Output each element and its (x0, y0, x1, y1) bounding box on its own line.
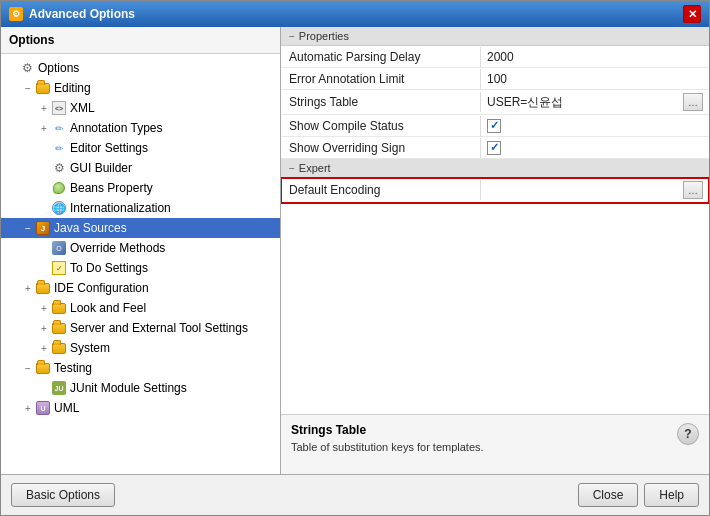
tree-toggle-editing[interactable]: − (21, 81, 35, 95)
checkbox-value[interactable]: ✓ (487, 119, 501, 133)
tree-toggle-junit (37, 381, 51, 395)
properties-section-title: Properties (299, 30, 349, 42)
tree-toggle-java-sources[interactable]: − (21, 221, 35, 235)
window-close-button[interactable]: ✕ (683, 5, 701, 23)
folder-icon (35, 280, 51, 296)
tree-toggle-testing[interactable]: − (21, 361, 35, 375)
expert-section-header[interactable]: − Expert (281, 159, 709, 178)
tree-item-label-options: Options (38, 61, 79, 75)
property-help-button[interactable]: ? (677, 423, 699, 445)
java-icon: J (35, 220, 51, 236)
window-title: Advanced Options (29, 7, 135, 21)
tree-toggle-server-tools[interactable]: + (37, 321, 51, 335)
tree-item-label-gui-builder: GUI Builder (70, 161, 132, 175)
tree-item-editor-settings[interactable]: ✏Editor Settings (1, 138, 280, 158)
tree-toggle-xml[interactable]: + (37, 101, 51, 115)
properties-rows: Automatic Parsing Delay2000Error Annotat… (281, 46, 709, 159)
prop-row-error-annotation-limit: Error Annotation Limit100 (281, 68, 709, 90)
prop-value: … (481, 178, 709, 202)
prop-name: Default Encoding (281, 180, 481, 200)
tree-item-label-annotation-types: Annotation Types (70, 121, 163, 135)
properties-area: − Properties Automatic Parsing Delay2000… (281, 27, 709, 414)
folder-icon (51, 300, 67, 316)
expert-section-title: Expert (299, 162, 331, 174)
tree-item-to-do-settings[interactable]: ✓To Do Settings (1, 258, 280, 278)
tree-item-label-system: System (70, 341, 110, 355)
tree-toggle-beans-property (37, 181, 51, 195)
tree-item-label-to-do-settings: To Do Settings (70, 261, 148, 275)
tree-item-label-xml: XML (70, 101, 95, 115)
tree-item-internationalization[interactable]: 🌐Internationalization (1, 198, 280, 218)
tree-item-xml[interactable]: +<>XML (1, 98, 280, 118)
tree-item-options[interactable]: ⚙Options (1, 58, 280, 78)
prop-name: Error Annotation Limit (281, 69, 481, 89)
tree-toggle-options (5, 61, 19, 75)
tree-toggle-ide-configuration[interactable]: + (21, 281, 35, 295)
bottom-bar: Basic Options Close Help (1, 474, 709, 515)
checkbox-value[interactable]: ✓ (487, 141, 501, 155)
info-title: Strings Table (291, 423, 669, 437)
prop-value: ✓ (481, 138, 709, 158)
prop-text-value: 100 (487, 72, 507, 86)
close-button[interactable]: Close (578, 483, 639, 507)
bean-icon (51, 180, 67, 196)
info-description: Table of substitution keys for templates… (291, 441, 669, 453)
tree-item-label-internationalization: Internationalization (70, 201, 171, 215)
checkmark-icon: ✓ (490, 119, 499, 132)
options-icon: ⚙ (19, 60, 35, 76)
properties-section-header[interactable]: − Properties (281, 27, 709, 46)
prop-value: USER=신윤섭… (481, 90, 709, 114)
tree-item-system[interactable]: +System (1, 338, 280, 358)
tree-item-testing[interactable]: −Testing (1, 358, 280, 378)
properties-toggle-icon: − (289, 31, 295, 42)
tree-item-look-and-feel[interactable]: +Look and Feel (1, 298, 280, 318)
todo-icon: ✓ (51, 260, 67, 276)
tree-item-beans-property[interactable]: Beans Property (1, 178, 280, 198)
prop-text-value: 2000 (487, 50, 514, 64)
tree-item-gui-builder[interactable]: ⚙GUI Builder (1, 158, 280, 178)
uml-icon: U (35, 400, 51, 416)
prop-value: 2000 (481, 47, 709, 67)
tree-item-label-editing: Editing (54, 81, 91, 95)
tree-item-label-override-methods: Override Methods (70, 241, 165, 255)
checkmark-icon: ✓ (490, 141, 499, 154)
tree-item-editing[interactable]: −Editing (1, 78, 280, 98)
prop-row-strings-table: Strings TableUSER=신윤섭… (281, 90, 709, 115)
prop-row-automatic-parsing-delay: Automatic Parsing Delay2000 (281, 46, 709, 68)
prop-name: Strings Table (281, 92, 481, 112)
advanced-options-window: ⚙ Advanced Options ✕ Options ⚙Options−Ed… (0, 0, 710, 516)
folder-icon (35, 360, 51, 376)
browse-button[interactable]: … (683, 93, 703, 111)
prop-name: Show Compile Status (281, 116, 481, 136)
right-panel: − Properties Automatic Parsing Delay2000… (281, 27, 709, 474)
help-button[interactable]: Help (644, 483, 699, 507)
tree-item-label-look-and-feel: Look and Feel (70, 301, 146, 315)
tree-toggle-look-and-feel[interactable]: + (37, 301, 51, 315)
tree-item-junit[interactable]: JUJUnit Module Settings (1, 378, 280, 398)
tree-item-label-junit: JUnit Module Settings (70, 381, 187, 395)
tree-item-label-uml: UML (54, 401, 79, 415)
tree-item-java-sources[interactable]: −JJava Sources (1, 218, 280, 238)
prop-row-show-overriding-sign: Show Overriding Sign✓ (281, 137, 709, 159)
tree-toggle-annotation-types[interactable]: + (37, 121, 51, 135)
tree-item-override-methods[interactable]: OOverride Methods (1, 238, 280, 258)
expert-toggle-icon: − (289, 163, 295, 174)
tree-item-uml[interactable]: +UUML (1, 398, 280, 418)
tree-item-annotation-types[interactable]: +✏Annotation Types (1, 118, 280, 138)
tree-toggle-system[interactable]: + (37, 341, 51, 355)
pencil-icon: ✏ (51, 120, 67, 136)
prop-row-show-compile-status: Show Compile Status✓ (281, 115, 709, 137)
tree-item-label-beans-property: Beans Property (70, 181, 153, 195)
tree-toggle-gui-builder (37, 161, 51, 175)
window-icon: ⚙ (9, 7, 23, 21)
basic-options-button[interactable]: Basic Options (11, 483, 115, 507)
prop-name: Show Overriding Sign (281, 138, 481, 158)
browse-button[interactable]: … (683, 181, 703, 199)
expert-rows: Default Encoding… (281, 178, 709, 203)
tree-item-ide-configuration[interactable]: +IDE Configuration (1, 278, 280, 298)
tree-item-server-tools[interactable]: +Server and External Tool Settings (1, 318, 280, 338)
override-icon: O (51, 240, 67, 256)
tree-toggle-uml[interactable]: + (21, 401, 35, 415)
gear-icon: ⚙ (51, 160, 67, 176)
info-area: Strings Table Table of substitution keys… (281, 414, 709, 474)
